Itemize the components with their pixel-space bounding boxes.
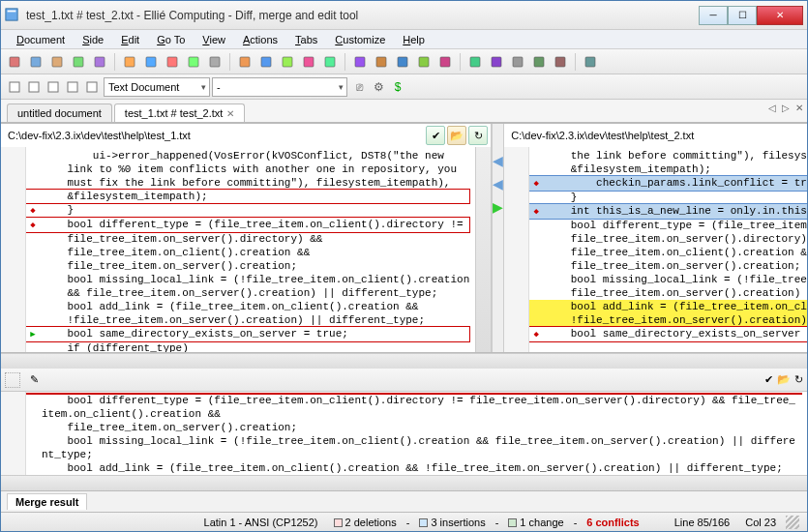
left-code[interactable]: ui->error_happened(VosError(kVOSConflict… <box>26 147 475 352</box>
view-split-button[interactable] <box>24 77 44 97</box>
code-line[interactable]: &filesystem_itempath); <box>529 163 808 176</box>
connector-right-arrow-icon[interactable]: ◀ <box>493 176 503 192</box>
prev-diff-button[interactable] <box>235 52 254 72</box>
minimize-button[interactable]: ─ <box>699 6 728 25</box>
code-line[interactable]: file_tree_item.on_server().directory) && <box>529 232 808 246</box>
tab-test-1-txt-test-2-txt[interactable]: test_1.txt # test_2.txt✕ <box>114 103 246 122</box>
code-line[interactable]: int this_is_a_new_line = only.in.this_fi… <box>529 204 808 219</box>
connector-merge-arrow-icon[interactable]: ▶ <box>493 199 503 215</box>
code-line[interactable]: !file_tree_item.on_server().creation) ||… <box>26 313 469 327</box>
last-diff-button[interactable] <box>299 52 318 72</box>
menu-customize[interactable]: Customize <box>327 32 393 47</box>
tab-close-icon[interactable]: ✕ <box>795 103 803 113</box>
redo-button[interactable] <box>184 52 203 72</box>
code-line[interactable]: must fix the link before committing"), f… <box>26 176 469 190</box>
merge-accept-button[interactable]: ✔ <box>764 373 773 386</box>
save-button[interactable] <box>120 52 139 72</box>
menu-view[interactable]: View <box>195 32 233 47</box>
code-line[interactable]: bool same_directory_exists_on_server = f… <box>529 327 808 341</box>
merge-code[interactable]: bool different_type = (file_tree_item.on… <box>26 392 807 475</box>
outdent-button[interactable] <box>82 77 102 97</box>
apply-left-button[interactable] <box>320 52 340 72</box>
paste-button[interactable] <box>90 52 109 72</box>
menu-go-to[interactable]: Go To <box>149 32 193 47</box>
code-line[interactable]: file_tree_item.on_server().creation) || … <box>529 286 808 300</box>
diff-scrollbar-h[interactable] <box>1 353 807 369</box>
indent-button[interactable] <box>63 77 82 97</box>
zoom-button[interactable] <box>26 52 45 72</box>
merge-scrollbar-h[interactable] <box>1 475 807 490</box>
left-refresh-button[interactable]: ↻ <box>468 126 488 145</box>
maximize-button[interactable]: ☐ <box>728 6 757 25</box>
code-line[interactable]: if (different_type) <box>26 341 469 352</box>
menu-help[interactable]: Help <box>395 32 433 47</box>
view-single-button[interactable] <box>5 77 24 97</box>
bookmark-next-button[interactable] <box>414 52 434 72</box>
open-button[interactable] <box>47 52 67 72</box>
code-line[interactable]: bool missing_local_link = (!file_tree_it… <box>529 273 808 286</box>
bookmark-prev-button[interactable] <box>393 52 412 72</box>
right-code[interactable]: the link before committing"), filesystem… <box>529 147 808 352</box>
code-line[interactable]: bool different_type = (file_tree_item.on… <box>529 219 808 232</box>
code-line[interactable]: file_tree_item.on_server().creation; <box>26 259 469 273</box>
gear-button[interactable]: ⚙ <box>369 77 388 97</box>
syntax-combo[interactable]: - <box>212 77 347 97</box>
code-line[interactable]: bool add_link = (file_tree_item.on_clien… <box>26 461 801 475</box>
code-line[interactable]: bool add_link = (file_tree_item.on_clien… <box>529 300 808 313</box>
code-line[interactable]: the link before committing"), filesystem… <box>529 149 808 163</box>
menu-document[interactable]: Document <box>9 32 73 47</box>
doc-type-combo[interactable]: Text Document <box>104 77 210 97</box>
filter-button[interactable] <box>551 52 570 72</box>
next-diff-button[interactable] <box>256 52 276 72</box>
new-doc-button[interactable] <box>5 52 24 72</box>
apply-right-button[interactable] <box>350 52 370 72</box>
splitter-handle[interactable] <box>5 372 20 388</box>
code-line[interactable]: ui->error_happened(VosError(kVOSConflict… <box>26 149 469 163</box>
merge-browse-button[interactable]: 📂 <box>777 373 791 386</box>
view-3way-button[interactable] <box>44 77 63 97</box>
code-line[interactable]: checkin_params.link_conflict = true; <box>529 176 808 191</box>
camera-button[interactable]: ⎚ <box>349 77 369 97</box>
left-browse-button[interactable]: 📂 <box>447 126 466 145</box>
code-line[interactable]: bool different_type = (file_tree_item.on… <box>26 218 469 232</box>
code-line[interactable]: file_tree_item.on_server().creation; <box>26 421 801 434</box>
code-line[interactable]: link to %0 item conflicts with another o… <box>26 163 469 176</box>
merge-edit-icon[interactable]: ✎ <box>24 370 44 390</box>
settings-button[interactable] <box>529 52 549 72</box>
left-accept-button[interactable]: ✔ <box>426 126 445 145</box>
close-button[interactable]: ✕ <box>757 6 803 25</box>
left-scrollbar-v[interactable] <box>475 147 491 352</box>
tab-untitled-document[interactable]: untitled document <box>7 103 112 122</box>
ignore-button[interactable] <box>372 52 391 72</box>
merge-refresh-button[interactable]: ↻ <box>794 373 803 386</box>
code-line[interactable]: bool add_link = (file_tree_item.on_clien… <box>26 300 469 313</box>
tab-close-icon[interactable]: ✕ <box>226 108 234 119</box>
first-diff-button[interactable] <box>278 52 297 72</box>
code-line[interactable]: file_tree_item.on_server().directory) && <box>26 232 469 246</box>
menu-edit[interactable]: Edit <box>113 32 147 47</box>
code-line[interactable]: file_tree_item.on_client().creation && <box>26 246 469 259</box>
save-all-button[interactable] <box>141 52 161 72</box>
code-line[interactable]: &filesystem_itempath); <box>26 190 469 203</box>
copy-button[interactable] <box>69 52 88 72</box>
undo-button[interactable] <box>163 52 182 72</box>
bookmark-toggle-button[interactable] <box>435 52 455 72</box>
resize-grip[interactable] <box>786 516 799 529</box>
code-line[interactable]: } <box>26 203 469 218</box>
tab-next-icon[interactable]: ▷ <box>782 103 790 113</box>
char-mode-button[interactable] <box>487 52 506 72</box>
menu-side[interactable]: Side <box>75 32 111 47</box>
show-all-button[interactable] <box>508 52 527 72</box>
dollar-button[interactable]: $ <box>388 77 407 97</box>
code-line[interactable]: } <box>529 191 808 204</box>
code-line[interactable]: file_tree_item.on_server().creation; <box>529 259 808 273</box>
run-button[interactable] <box>581 52 600 72</box>
code-line[interactable]: bool same_directory_exists_on_server = t… <box>26 327 469 341</box>
code-line[interactable]: bool missing_local_link = (!file_tree_it… <box>26 434 801 461</box>
code-line[interactable]: && file_tree_item.on_server().creation) … <box>26 286 469 300</box>
menu-actions[interactable]: Actions <box>235 32 285 47</box>
swap-button[interactable] <box>205 52 224 72</box>
menu-tabs[interactable]: Tabs <box>287 32 325 47</box>
code-line[interactable]: !file_tree_item.on_server().creation) ||… <box>529 313 808 327</box>
code-line[interactable]: file_tree_item.on_client().creation && <box>529 246 808 259</box>
